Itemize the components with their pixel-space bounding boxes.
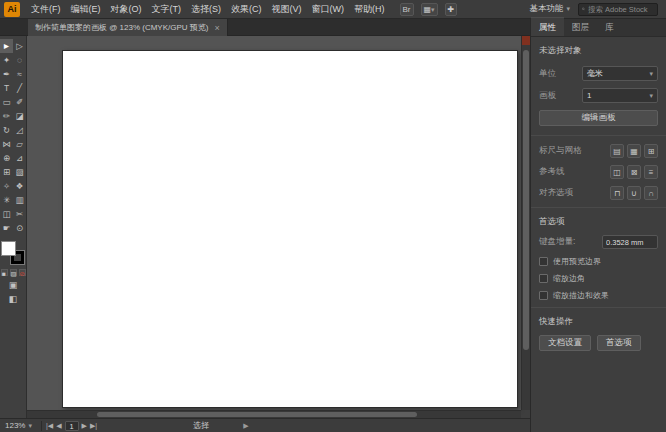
vertical-scroll-thumb[interactable] (523, 50, 529, 350)
tools-panel: ► ▷ ✦ ◌ ✒ ≈ T ╱ ▭ ✐ ✏ ◪ ↻ ◿ ⋈ ▱ ⊕ ⊿ ⊞ ▨ … (0, 36, 27, 418)
lock-guides-icon[interactable]: ⊠ (627, 165, 641, 179)
app-logo: Ai (4, 2, 20, 17)
hand-tool[interactable]: ☛ (0, 221, 13, 235)
lasso-tool[interactable]: ◌ (13, 53, 26, 67)
use-preview-bounds-checkbox[interactable] (539, 257, 548, 266)
artboard-number-field[interactable]: 1 (65, 421, 79, 431)
line-segment-tool[interactable]: ╱ (13, 81, 26, 95)
column-graph-tool[interactable]: ▥ (13, 193, 26, 207)
free-transform-tool[interactable]: ▱ (13, 137, 26, 151)
section-divider (531, 135, 666, 136)
preferences-button[interactable]: 首选项 (597, 335, 641, 351)
snap-to-grid-icon[interactable]: ⊓ (610, 186, 624, 200)
snap-to-pixel-icon[interactable]: ∪ (627, 186, 641, 200)
artboard-tool[interactable]: ◫ (0, 207, 13, 221)
document-setup-button[interactable]: 文档设置 (539, 335, 591, 351)
touch-workspace-icon[interactable]: ✚ (445, 3, 458, 16)
color-mode-row: ■ ▨ ⊘ (0, 269, 26, 276)
bridge-icon[interactable]: Br (400, 3, 414, 16)
show-rulers-icon[interactable]: ▤ (610, 144, 624, 158)
type-tool[interactable]: T (0, 81, 13, 95)
mesh-tool[interactable]: ⊞ (0, 165, 13, 179)
show-transparency-grid-icon[interactable]: ⊞ (644, 144, 658, 158)
scale-corners-checkbox[interactable] (539, 274, 548, 283)
scale-strokes-effects-label: 缩放描边和效果 (553, 290, 609, 301)
zoom-value: 123% (5, 421, 25, 430)
use-preview-bounds-label: 使用预览边界 (553, 256, 601, 267)
drawing-modes-icon[interactable]: ▣ (0, 280, 26, 290)
magic-wand-tool[interactable]: ✦ (0, 53, 13, 67)
arrange-grid-glyph: ▦ (424, 4, 432, 15)
prev-artboard-icon[interactable]: ◀ (56, 422, 61, 430)
pencil-tool[interactable]: ✏ (0, 109, 13, 123)
direct-selection-tool[interactable]: ▷ (13, 39, 26, 53)
menu-window[interactable]: 窗口(W) (307, 0, 350, 18)
workspace-label: 基本功能 (529, 3, 563, 15)
show-guides-icon[interactable]: ◫ (610, 165, 624, 179)
selection-tool[interactable]: ► (0, 39, 13, 53)
eraser-tool[interactable]: ◪ (13, 109, 26, 123)
tab-properties[interactable]: 属性 (531, 17, 564, 36)
perspective-grid-tool[interactable]: ⊿ (13, 151, 26, 165)
tools-grid: ► ▷ ✦ ◌ ✒ ≈ T ╱ ▭ ✐ ✏ ◪ ↻ ◿ ⋈ ▱ ⊕ ⊿ ⊞ ▨ … (0, 36, 26, 235)
scale-strokes-effects-checkbox[interactable] (539, 291, 548, 300)
first-artboard-icon[interactable]: |◀ (46, 422, 53, 430)
stock-search (578, 3, 658, 16)
edit-artboards-button[interactable]: 编辑画板 (539, 110, 658, 126)
shape-builder-tool[interactable]: ⊕ (0, 151, 13, 165)
width-tool[interactable]: ⋈ (0, 137, 13, 151)
arrange-documents-icon[interactable]: ▦▾ (421, 3, 438, 16)
gradient-tool[interactable]: ▨ (13, 165, 26, 179)
menu-edit[interactable]: 编辑(E) (66, 0, 106, 18)
artboard[interactable] (62, 50, 518, 408)
status-menu-icon[interactable]: ▶ (243, 422, 248, 430)
blend-tool[interactable]: ❖ (13, 179, 26, 193)
rotate-tool[interactable]: ↻ (0, 123, 13, 137)
pen-tool[interactable]: ✒ (0, 67, 13, 81)
snap-to-point-icon[interactable]: ∩ (644, 186, 658, 200)
color-icon[interactable]: ■ (1, 269, 8, 276)
slice-tool[interactable]: ✂ (13, 207, 26, 221)
menu-type[interactable]: 文字(T) (147, 0, 187, 18)
none-icon[interactable]: ⊘ (19, 269, 26, 276)
menu-file[interactable]: 文件(F) (26, 0, 66, 18)
fill-swatch[interactable] (2, 242, 15, 255)
gradient-icon[interactable]: ▨ (10, 269, 17, 276)
symbol-sprayer-tool[interactable]: ✳ (0, 193, 13, 207)
units-select[interactable]: 毫米 ▾ (582, 66, 658, 81)
curvature-tool[interactable]: ≈ (13, 67, 26, 81)
tab-layers[interactable]: 图层 (564, 18, 597, 36)
artboards-select[interactable]: 1 ▾ (582, 88, 658, 103)
zoom-tool[interactable]: ⊙ (13, 221, 26, 235)
rectangle-tool[interactable]: ▭ (0, 95, 13, 109)
show-grid-icon[interactable]: ▦ (627, 144, 641, 158)
zoom-control[interactable]: 123% ▾ (0, 421, 37, 430)
menu-help[interactable]: 帮助(H) (349, 0, 390, 18)
menu-select[interactable]: 选择(S) (186, 0, 226, 18)
scale-tool[interactable]: ◿ (13, 123, 26, 137)
workspace-switcher[interactable]: 基本功能 ▾ (529, 3, 570, 15)
horizontal-scroll-thumb[interactable] (97, 412, 417, 417)
snap-options-icons: ⊓ ∪ ∩ (610, 186, 658, 200)
scale-corners-option: 缩放边角 (539, 273, 658, 284)
screen-mode-icon[interactable]: ◧ (0, 294, 26, 304)
last-artboard-icon[interactable]: ▶| (90, 422, 97, 430)
menu-view[interactable]: 视图(V) (267, 0, 307, 18)
guides-icons: ◫ ⊠ ≡ (610, 165, 658, 179)
horizontal-scrollbar[interactable] (27, 410, 521, 418)
tab-libraries[interactable]: 库 (597, 18, 622, 36)
document-tab[interactable]: 制作简单图案的画板 @ 123% (CMYK/GPU 预览) × (28, 19, 228, 36)
eyedropper-tool[interactable]: ✧ (0, 179, 13, 193)
vertical-scrollbar[interactable] (521, 36, 530, 410)
menu-object[interactable]: 对象(O) (106, 0, 147, 18)
keyboard-increment-field[interactable] (602, 235, 658, 249)
next-artboard-icon[interactable]: ▶ (82, 422, 87, 430)
panel-content: 未选择对象 单位 毫米 ▾ 画板 1 ▾ 编辑画板 标尺与网格 (531, 37, 666, 351)
close-icon[interactable]: × (214, 23, 219, 33)
canvas[interactable] (27, 36, 521, 410)
menu-effect[interactable]: 效果(C) (226, 0, 267, 18)
search-input[interactable] (588, 5, 654, 14)
paintbrush-tool[interactable]: ✐ (13, 95, 26, 109)
document-tab-bar: 制作简单图案的画板 @ 123% (CMYK/GPU 预览) × (0, 19, 530, 36)
make-guides-icon[interactable]: ≡ (644, 165, 658, 179)
